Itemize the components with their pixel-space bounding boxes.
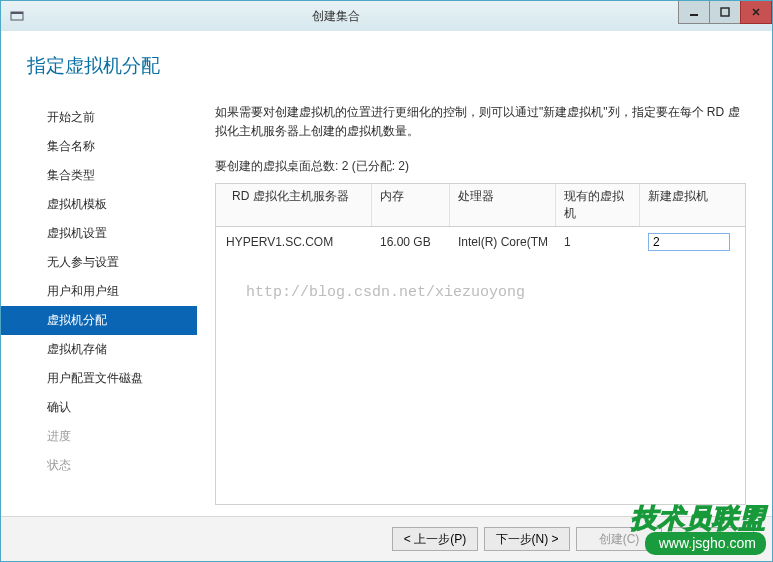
step-vm-allocation[interactable]: 虚拟机分配 <box>1 306 197 335</box>
close-button[interactable] <box>740 1 772 24</box>
instruction-text: 如果需要对创建虚拟机的位置进行更细化的控制，则可以通过"新建虚拟机"列，指定要在… <box>215 103 746 140</box>
new-vm-input[interactable] <box>648 233 730 251</box>
col-new[interactable]: 新建虚拟机 <box>640 184 728 226</box>
next-button[interactable]: 下一步(N) > <box>484 527 570 551</box>
cell-cpu: Intel(R) Core(TM <box>450 232 556 252</box>
titlebar: 创建集合 <box>1 1 772 32</box>
step-user-profile-disks[interactable]: 用户配置文件磁盘 <box>1 364 197 393</box>
previous-button[interactable]: < 上一步(P) <box>392 527 478 551</box>
cell-existing: 1 <box>556 232 640 252</box>
col-memory[interactable]: 内存 <box>372 184 450 226</box>
svg-rect-2 <box>690 14 698 16</box>
minimize-button[interactable] <box>678 1 710 24</box>
cell-host: HYPERV1.SC.COM <box>216 232 372 252</box>
wizard-body: 开始之前 集合名称 集合类型 虚拟机模板 虚拟机设置 无人参与设置 用户和用户组… <box>1 99 772 515</box>
main-panel: 如果需要对创建虚拟机的位置进行更细化的控制，则可以通过"新建虚拟机"列，指定要在… <box>197 99 772 515</box>
watermark-text: http://blog.csdn.net/xiezuoyong <box>246 284 525 301</box>
col-existing[interactable]: 现有的虚拟机 <box>556 184 640 226</box>
step-vm-settings[interactable]: 虚拟机设置 <box>1 219 197 248</box>
wizard-steps: 开始之前 集合名称 集合类型 虚拟机模板 虚拟机设置 无人参与设置 用户和用户组… <box>1 99 197 515</box>
table-header: RD 虚拟化主机服务器 内存 处理器 现有的虚拟机 新建虚拟机 <box>216 184 745 227</box>
step-collection-name[interactable]: 集合名称 <box>1 132 197 161</box>
window-buttons <box>679 1 772 31</box>
step-vm-template[interactable]: 虚拟机模板 <box>1 190 197 219</box>
page-title: 指定虚拟机分配 <box>1 31 772 99</box>
col-host[interactable]: RD 虚拟化主机服务器 <box>216 184 372 226</box>
client-area: 指定虚拟机分配 开始之前 集合名称 集合类型 虚拟机模板 虚拟机设置 无人参与设… <box>1 31 772 561</box>
step-unattended[interactable]: 无人参与设置 <box>1 248 197 277</box>
svg-rect-3 <box>721 8 729 16</box>
create-button: 创建(C) <box>576 527 662 551</box>
step-progress: 进度 <box>1 422 197 451</box>
cell-memory: 16.00 GB <box>372 232 450 252</box>
step-users-groups[interactable]: 用户和用户组 <box>1 277 197 306</box>
maximize-button[interactable] <box>709 1 741 24</box>
step-before-begin[interactable]: 开始之前 <box>1 103 197 132</box>
allocation-table: RD 虚拟化主机服务器 内存 处理器 现有的虚拟机 新建虚拟机 HYPERV1.… <box>215 183 746 504</box>
step-status: 状态 <box>1 451 197 480</box>
wizard-footer: < 上一步(P) 下一步(N) > 创建(C) 取消 <box>1 516 772 561</box>
summary-text: 要创建的虚拟桌面总数: 2 (已分配: 2) <box>215 158 746 175</box>
cancel-button[interactable]: 取消 <box>668 527 754 551</box>
wizard-window: 创建集合 指定虚拟机分配 开始之前 集合名称 集合类型 虚拟机模板 虚拟机设置 … <box>0 0 773 562</box>
table-row[interactable]: HYPERV1.SC.COM 16.00 GB Intel(R) Core(TM… <box>216 227 745 254</box>
step-collection-type[interactable]: 集合类型 <box>1 161 197 190</box>
window-title: 创建集合 <box>0 8 679 25</box>
step-vm-storage[interactable]: 虚拟机存储 <box>1 335 197 364</box>
cell-new <box>640 230 728 254</box>
step-confirm[interactable]: 确认 <box>1 393 197 422</box>
col-cpu[interactable]: 处理器 <box>450 184 556 226</box>
